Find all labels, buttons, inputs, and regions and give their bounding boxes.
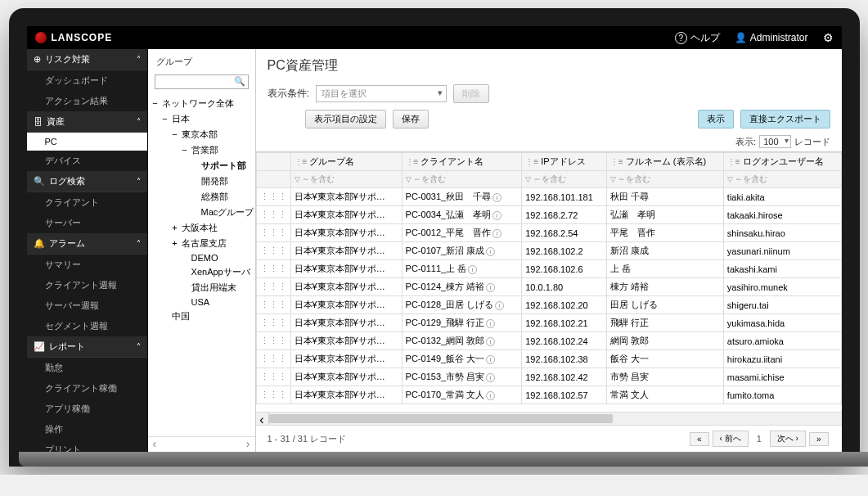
col-filter[interactable]: ～を含む: [606, 171, 723, 188]
tree-toggle-icon[interactable]: −: [181, 145, 189, 155]
row-handle-icon[interactable]: ⋮⋮⋮: [256, 386, 290, 404]
col-header[interactable]: ⋮≡ ログオンユーザー名: [723, 153, 841, 171]
col-header[interactable]: ⋮≡ フルネーム (表示名): [606, 153, 723, 171]
info-icon[interactable]: i: [486, 319, 495, 328]
table-row[interactable]: ⋮⋮⋮ 日本¥東京本部¥サポ… PC-0124_棟方 靖裕i 10.0.1.80…: [256, 278, 841, 296]
nav-item[interactable]: クライアント稼働: [27, 378, 147, 399]
nav-section[interactable]: 🔍ログ検索˄: [27, 171, 147, 192]
pager-last[interactable]: »: [809, 432, 829, 446]
table-row[interactable]: ⋮⋮⋮ 日本¥東京本部¥サポ… PC-0107_新沼 康成i 192.168.1…: [256, 242, 841, 260]
table-row[interactable]: ⋮⋮⋮ 日本¥東京本部¥サポ… PC-0149_飯谷 大一i 192.168.1…: [256, 350, 841, 368]
tree-node[interactable]: + 名古屋支店: [151, 236, 252, 251]
tree-node[interactable]: サポート部: [151, 158, 252, 174]
table-row[interactable]: ⋮⋮⋮ 日本¥東京本部¥サポ… PC-0128_田居 しげるi 192.168.…: [256, 296, 841, 314]
table-row[interactable]: ⋮⋮⋮ 日本¥東京本部¥サポ… PC-0153_市勢 昌実i 192.168.1…: [256, 368, 841, 386]
info-icon[interactable]: i: [492, 193, 501, 202]
info-icon[interactable]: i: [486, 337, 495, 346]
tree-node[interactable]: 開発部: [151, 174, 252, 189]
info-icon[interactable]: i: [495, 301, 504, 310]
table-row[interactable]: ⋮⋮⋮ 日本¥東京本部¥サポ… PC-0170_常満 文人i 192.168.1…: [256, 386, 841, 404]
col-menu-icon[interactable]: ⋮≡: [525, 157, 538, 166]
info-icon[interactable]: i: [486, 355, 495, 364]
pager-prev[interactable]: ‹ 前へ: [713, 431, 749, 447]
nav-item[interactable]: アプリ稼働: [27, 399, 147, 419]
tree-prev[interactable]: ‹: [153, 437, 157, 450]
export-button[interactable]: 直接エクスポート: [740, 110, 830, 129]
row-handle-icon[interactable]: ⋮⋮⋮: [256, 242, 290, 260]
tree-node[interactable]: − ネットワーク全体: [151, 96, 252, 111]
nav-item[interactable]: サーバー: [27, 213, 147, 233]
row-handle-icon[interactable]: ⋮⋮⋮: [256, 188, 290, 206]
nav-section[interactable]: ⊕リスク対策˄: [27, 49, 147, 70]
tree-node[interactable]: − 東京本部: [151, 127, 252, 142]
nav-item[interactable]: PC: [27, 133, 147, 151]
nav-item[interactable]: 操作: [27, 419, 147, 440]
nav-item[interactable]: クライアント: [27, 192, 147, 213]
table-row[interactable]: ⋮⋮⋮ 日本¥東京本部¥サポ… PC-0012_平尾 晋作i 192.168.2…: [256, 224, 841, 242]
col-menu-icon[interactable]: ⋮≡: [727, 157, 740, 166]
info-icon[interactable]: i: [486, 283, 495, 292]
delete-button[interactable]: 削除: [453, 84, 489, 103]
settings-button[interactable]: [823, 31, 834, 44]
table-row[interactable]: ⋮⋮⋮ 日本¥東京本部¥サポ… PC-0034_弘瀬 孝明i 192.168.2…: [256, 206, 841, 224]
tree-toggle-icon[interactable]: +: [171, 223, 179, 232]
nav-item[interactable]: 勤怠: [27, 358, 147, 378]
nav-section[interactable]: 🔔アラーム˄: [27, 233, 147, 255]
col-filter[interactable]: ～を含む: [402, 171, 522, 188]
user-menu[interactable]: Administrator: [735, 32, 808, 43]
tree-node[interactable]: Macグループ: [151, 205, 252, 220]
info-icon[interactable]: i: [486, 247, 495, 256]
col-menu-icon[interactable]: ⋮≡: [295, 157, 308, 166]
table-row[interactable]: ⋮⋮⋮ 日本¥東京本部¥サポ… PC-0129_飛騨 行正i 192.168.1…: [256, 314, 841, 332]
tree-node[interactable]: − 営業部: [151, 142, 252, 158]
nav-item[interactable]: クライアント週報: [27, 275, 147, 295]
col-filter[interactable]: ～を含む: [290, 171, 402, 188]
tree-node[interactable]: USA: [151, 295, 252, 309]
col-filter[interactable]: ～を含む: [723, 171, 841, 188]
table-row[interactable]: ⋮⋮⋮ 日本¥東京本部¥サポ… PC-0031_秋田 千尋i 192.168.1…: [256, 188, 841, 206]
search-icon[interactable]: 🔍: [234, 76, 245, 87]
table-row[interactable]: ⋮⋮⋮ 日本¥東京本部¥サポ… PC-0111_上 岳i 192.168.102…: [256, 260, 841, 278]
nav-item[interactable]: プリント: [27, 440, 147, 452]
col-menu-icon[interactable]: ⋮≡: [406, 157, 419, 166]
pager-first[interactable]: «: [690, 432, 709, 446]
tree-node[interactable]: + 大阪本社: [151, 220, 252, 236]
row-handle-icon[interactable]: ⋮⋮⋮: [256, 350, 290, 368]
table-row[interactable]: ⋮⋮⋮ 日本¥東京本部¥サポ… PC-0132_網岡 敦郎i 192.168.1…: [256, 332, 841, 350]
tree-toggle-icon[interactable]: −: [161, 114, 169, 124]
show-button[interactable]: 表示: [698, 110, 734, 129]
col-header[interactable]: ⋮≡ グループ名: [290, 153, 402, 171]
nav-item[interactable]: サマリー: [27, 255, 147, 275]
tree-node[interactable]: − 日本: [151, 111, 252, 127]
row-handle-icon[interactable]: ⋮⋮⋮: [256, 368, 290, 386]
info-icon[interactable]: i: [486, 391, 495, 400]
row-handle-icon[interactable]: ⋮⋮⋮: [256, 296, 290, 314]
nav-item[interactable]: アクション結果: [27, 91, 147, 111]
nav-item[interactable]: サーバー週報: [27, 295, 147, 316]
row-handle-icon[interactable]: ⋮⋮⋮: [256, 260, 290, 278]
tree-node[interactable]: 貸出用端末: [151, 280, 252, 295]
row-handle-icon[interactable]: ⋮⋮⋮: [256, 332, 290, 350]
columns-button[interactable]: 表示項目の設定: [305, 110, 386, 129]
col-header[interactable]: ⋮≡ クライアント名: [402, 153, 522, 171]
tree-toggle-icon[interactable]: −: [151, 98, 160, 108]
filter-select[interactable]: 項目を選択: [316, 85, 447, 102]
row-handle-icon[interactable]: ⋮⋮⋮: [256, 206, 290, 224]
info-icon[interactable]: i: [492, 211, 501, 220]
help-link[interactable]: ヘルプ: [675, 31, 720, 45]
nav-section[interactable]: 📈レポート˄: [27, 336, 147, 358]
pager-next[interactable]: 次へ ›: [770, 431, 806, 447]
nav-section[interactable]: 🗄資産˄: [27, 111, 147, 133]
tree-node[interactable]: DEMO: [151, 251, 252, 264]
tree-toggle-icon[interactable]: +: [171, 238, 179, 248]
tree-node[interactable]: 中国: [151, 309, 252, 324]
tree-node[interactable]: XenAppサーバ: [151, 264, 252, 280]
tree-toggle-icon[interactable]: −: [171, 129, 179, 139]
info-icon[interactable]: i: [468, 265, 477, 274]
col-filter[interactable]: ～を含む: [522, 171, 607, 188]
tree-node[interactable]: 総務部: [151, 189, 252, 205]
col-menu-icon[interactable]: ⋮≡: [610, 157, 623, 166]
row-handle-icon[interactable]: ⋮⋮⋮: [256, 278, 290, 296]
records-select[interactable]: 100: [759, 135, 790, 148]
nav-item[interactable]: セグメント週報: [27, 316, 147, 336]
